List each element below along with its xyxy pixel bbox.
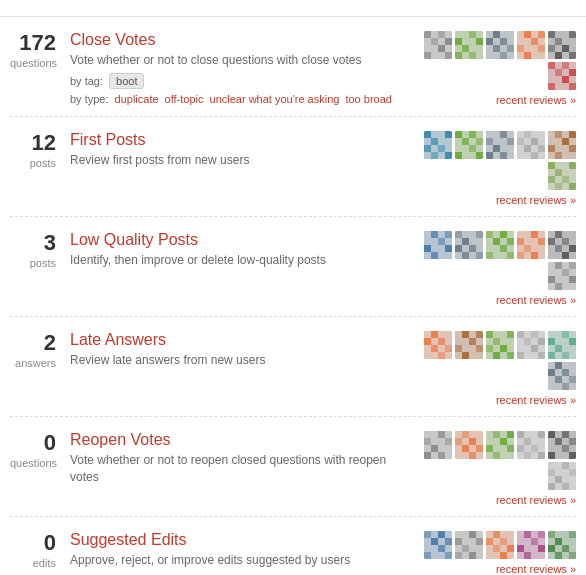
tag-pill[interactable]: boot bbox=[109, 73, 144, 89]
count-number: 12 bbox=[10, 131, 56, 155]
avatar[interactable] bbox=[486, 131, 514, 159]
avatars-block-late-answers: recent reviews » bbox=[411, 331, 576, 406]
avatar[interactable] bbox=[455, 231, 483, 259]
avatar[interactable] bbox=[486, 531, 514, 559]
count-block-low-quality-posts: 3 posts bbox=[10, 231, 70, 270]
count-label: edits bbox=[33, 557, 56, 569]
review-desc: Approve, reject, or improve edits sugges… bbox=[70, 553, 350, 567]
count-block-close-votes: 172 questions bbox=[10, 31, 70, 70]
avatar[interactable] bbox=[455, 131, 483, 159]
svg-rect-209 bbox=[424, 431, 452, 459]
avatar[interactable] bbox=[548, 531, 576, 559]
recent-reviews-link[interactable]: recent reviews » bbox=[496, 494, 576, 506]
count-number: 172 bbox=[10, 31, 56, 55]
review-title[interactable]: Close Votes bbox=[70, 31, 401, 49]
review-title[interactable]: Reopen Votes bbox=[70, 431, 401, 449]
avatar[interactable] bbox=[486, 31, 514, 59]
avatar[interactable] bbox=[517, 231, 545, 259]
count-number: 0 bbox=[10, 531, 56, 555]
count-label: posts bbox=[30, 157, 56, 169]
svg-rect-201 bbox=[548, 362, 576, 390]
svg-rect-159 bbox=[424, 331, 452, 359]
review-title[interactable]: Suggested Edits bbox=[70, 531, 401, 549]
avatar[interactable] bbox=[424, 231, 452, 259]
review-title[interactable]: First Posts bbox=[70, 131, 401, 149]
review-content-late-answers: Late Answers Review late answers from ne… bbox=[70, 331, 411, 369]
svg-rect-251 bbox=[548, 462, 576, 490]
review-desc: Review late answers from new users bbox=[70, 353, 265, 367]
avatar[interactable] bbox=[548, 462, 576, 490]
avatar[interactable] bbox=[486, 331, 514, 359]
svg-rect-50 bbox=[548, 62, 576, 90]
avatars-block-suggested-edits: recent reviews » bbox=[411, 531, 576, 575]
svg-rect-8 bbox=[424, 31, 452, 59]
review-list: 172 questions Close Votes Vote whether o… bbox=[0, 17, 586, 575]
svg-rect-118 bbox=[455, 231, 483, 259]
avatar[interactable] bbox=[548, 31, 576, 59]
avatar[interactable] bbox=[455, 331, 483, 359]
review-title[interactable]: Late Answers bbox=[70, 331, 401, 349]
count-label: questions bbox=[10, 57, 57, 69]
svg-rect-84 bbox=[517, 131, 545, 159]
svg-rect-293 bbox=[548, 531, 576, 559]
avatar[interactable] bbox=[517, 331, 545, 359]
avatar[interactable] bbox=[455, 31, 483, 59]
review-content-close-votes: Close Votes Vote whether or not to close… bbox=[70, 31, 411, 105]
review-item-close-votes: 172 questions Close Votes Vote whether o… bbox=[10, 17, 576, 117]
breadcrumb bbox=[0, 0, 586, 17]
svg-rect-217 bbox=[455, 431, 483, 459]
svg-rect-234 bbox=[517, 431, 545, 459]
avatars-row bbox=[411, 231, 576, 290]
count-block-late-answers: 2 answers bbox=[10, 331, 70, 370]
avatar[interactable] bbox=[517, 131, 545, 159]
avatar[interactable] bbox=[548, 331, 576, 359]
avatar[interactable] bbox=[548, 362, 576, 390]
avatar[interactable] bbox=[548, 262, 576, 290]
avatars-block-first-posts: recent reviews » bbox=[411, 131, 576, 206]
avatar[interactable] bbox=[424, 431, 452, 459]
avatar[interactable] bbox=[517, 531, 545, 559]
count-number: 2 bbox=[10, 331, 56, 355]
review-title[interactable]: Low Quality Posts bbox=[70, 231, 401, 249]
recent-reviews-link[interactable]: recent reviews » bbox=[496, 563, 576, 575]
avatar[interactable] bbox=[548, 431, 576, 459]
avatar[interactable] bbox=[548, 62, 576, 90]
avatar[interactable] bbox=[548, 131, 576, 159]
recent-reviews-link[interactable]: recent reviews » bbox=[496, 94, 576, 106]
count-block-first-posts: 12 posts bbox=[10, 131, 70, 170]
avatar[interactable] bbox=[424, 31, 452, 59]
avatar[interactable] bbox=[424, 531, 452, 559]
type-filter-label: by type: bbox=[70, 93, 109, 105]
svg-rect-16 bbox=[455, 31, 483, 59]
avatar[interactable] bbox=[517, 31, 545, 59]
avatar[interactable] bbox=[424, 331, 452, 359]
type-filter-link[interactable]: off-topic bbox=[165, 93, 204, 105]
review-desc: Vote whether or not to reopen closed que… bbox=[70, 453, 386, 484]
svg-rect-109 bbox=[424, 231, 452, 259]
svg-rect-101 bbox=[548, 162, 576, 190]
avatar[interactable] bbox=[486, 431, 514, 459]
review-item-first-posts: 12 posts First Posts Review first posts … bbox=[10, 117, 576, 217]
avatar[interactable] bbox=[455, 431, 483, 459]
svg-rect-225 bbox=[486, 431, 514, 459]
review-content-suggested-edits: Suggested Edits Approve, reject, or impr… bbox=[70, 531, 411, 569]
type-filter-link[interactable]: too broad bbox=[345, 93, 391, 105]
svg-rect-76 bbox=[486, 131, 514, 159]
recent-reviews-link[interactable]: recent reviews » bbox=[496, 294, 576, 306]
avatar[interactable] bbox=[424, 131, 452, 159]
avatars-row bbox=[411, 331, 576, 390]
avatar[interactable] bbox=[548, 231, 576, 259]
svg-rect-193 bbox=[548, 331, 576, 359]
type-filter-link[interactable]: unclear what you're asking bbox=[210, 93, 340, 105]
type-filter-link[interactable]: duplicate bbox=[115, 93, 159, 105]
svg-rect-243 bbox=[548, 431, 576, 459]
recent-reviews-link[interactable]: recent reviews » bbox=[496, 394, 576, 406]
avatar[interactable] bbox=[455, 531, 483, 559]
avatars-row bbox=[411, 131, 576, 190]
svg-rect-135 bbox=[517, 231, 545, 259]
recent-reviews-link[interactable]: recent reviews » bbox=[496, 194, 576, 206]
avatar[interactable] bbox=[486, 231, 514, 259]
svg-rect-167 bbox=[455, 331, 483, 359]
avatar[interactable] bbox=[548, 162, 576, 190]
avatar[interactable] bbox=[517, 431, 545, 459]
